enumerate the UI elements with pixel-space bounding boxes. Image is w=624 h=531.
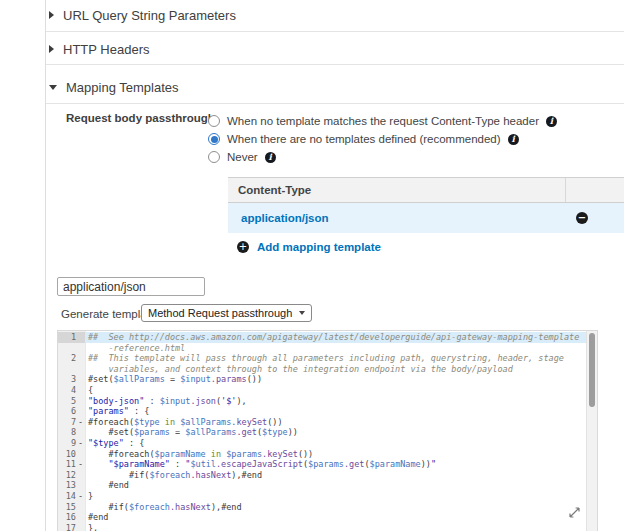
section-http-headers[interactable]: HTTP Headers xyxy=(49,41,149,57)
line-number-cell: 8 xyxy=(58,427,85,438)
line-number-cell: 16 xyxy=(58,512,85,523)
editor-line: 5"body-json" : $input.json('$'), xyxy=(58,396,587,407)
info-icon[interactable]: i xyxy=(508,134,519,145)
line-number: 12 xyxy=(66,470,76,481)
editor-line: -reference.html xyxy=(58,343,587,354)
panel-left-divider xyxy=(45,0,46,531)
table-header-label: Content-Type xyxy=(238,184,311,196)
line-number-cell: 9- xyxy=(58,438,85,449)
chevron-right-icon xyxy=(49,11,54,19)
request-body-passthrough-label: Request body passthrough xyxy=(66,112,215,124)
editor-scrollbar-track[interactable] xyxy=(586,331,597,531)
line-number-cell: 13 xyxy=(58,480,85,491)
editor-line: 10 #foreach($paramName in $params.keySet… xyxy=(58,449,587,460)
line-number: 10 xyxy=(66,449,76,460)
line-number: 6 xyxy=(71,406,76,417)
line-number: 15 xyxy=(66,502,76,513)
code-text: #foreach($type in $allParams.keySet()) xyxy=(85,417,587,428)
remove-template-icon[interactable]: − xyxy=(576,212,588,224)
select-caret-icon xyxy=(299,311,305,315)
template-code-editor[interactable]: 1## See http://docs.aws.amazon.com/apiga… xyxy=(57,330,598,531)
editor-line: 8 #set($params = $allParams.get($type)) xyxy=(58,427,587,438)
editor-line: 7-#foreach($type in $allParams.keySet()) xyxy=(58,417,587,428)
editor-line: 13 #end xyxy=(58,480,587,491)
radio-unselected[interactable] xyxy=(208,151,220,163)
editor-line: 6"params" : { xyxy=(58,406,587,417)
section-divider xyxy=(46,103,624,104)
selected-option-label: Method Request passthrough xyxy=(148,307,292,319)
code-text: "body-json" : $input.json('$'), xyxy=(85,396,587,407)
section-url-query-string-parameters[interactable]: URL Query String Parameters xyxy=(49,7,236,23)
line-number: 16 xyxy=(66,512,76,523)
radio-selected[interactable] xyxy=(208,133,220,145)
line-number: 7 xyxy=(71,417,76,428)
chevron-right-icon xyxy=(49,45,54,53)
editor-line: variables, and context through to the in… xyxy=(58,364,587,375)
code-text: "$type" : { xyxy=(85,438,587,449)
line-number-cell: 14- xyxy=(58,491,85,502)
editor-rows: 1## See http://docs.aws.amazon.com/apiga… xyxy=(58,332,587,531)
section-divider xyxy=(46,64,624,65)
line-number-cell: 7- xyxy=(58,417,85,428)
line-number: 3 xyxy=(71,374,76,385)
line-number: 13 xyxy=(66,480,76,491)
line-number: 11 xyxy=(66,459,76,470)
line-number-cell: 4 xyxy=(58,385,85,396)
code-text: "$paramName" : "$util.escapeJavaScript($… xyxy=(85,459,587,470)
line-number-cell: 11- xyxy=(58,459,85,470)
radio-option-label: When there are no templates defined (rec… xyxy=(227,133,501,145)
template-name-input[interactable] xyxy=(57,277,205,296)
line-number: 1 xyxy=(71,332,76,343)
radio-option-label: When no template matches the request Con… xyxy=(227,115,539,127)
code-text: -reference.html xyxy=(85,343,587,354)
content-type-table: Content-Type application/json − xyxy=(228,177,624,233)
line-number-cell: 2 xyxy=(58,353,85,364)
line-number-cell: 17 xyxy=(58,523,85,531)
passthrough-option[interactable]: When there are no templates defined (rec… xyxy=(208,131,519,147)
code-text: #end xyxy=(85,512,587,523)
info-icon[interactable]: i xyxy=(265,152,276,163)
fold-toggle-icon[interactable]: - xyxy=(78,491,83,502)
code-text: #if($foreach.hasNext),#end xyxy=(85,502,587,513)
code-text: #set($allParams = $input.params()) xyxy=(85,374,587,385)
section-label: Mapping Templates xyxy=(66,80,179,95)
editor-scrollbar-thumb[interactable] xyxy=(589,333,595,407)
passthrough-option[interactable]: When no template matches the request Con… xyxy=(208,113,557,129)
passthrough-option[interactable]: Neveri xyxy=(208,149,276,165)
editor-line: 15 #if($foreach.hasNext),#end xyxy=(58,502,587,513)
line-number: 2 xyxy=(71,353,76,364)
integration-request-panel: URL Query String Parameters HTTP Headers… xyxy=(0,0,624,531)
add-mapping-template-button[interactable]: + Add mapping template xyxy=(237,241,381,253)
add-mapping-template-label: Add mapping template xyxy=(257,241,381,253)
table-row-application-json[interactable]: application/json − xyxy=(228,203,624,233)
editor-line: 17}, xyxy=(58,523,587,531)
line-number-cell: 3 xyxy=(58,374,85,385)
editor-line: 16#end xyxy=(58,512,587,523)
code-text: "params" : { xyxy=(85,406,587,417)
column-divider xyxy=(565,178,566,202)
fold-toggle-icon[interactable]: - xyxy=(78,417,83,428)
radio-option-label: Never xyxy=(227,151,258,163)
section-label: HTTP Headers xyxy=(63,42,149,57)
plus-circle-icon: + xyxy=(237,241,249,253)
fold-toggle-icon[interactable]: - xyxy=(78,459,83,470)
line-number: 8 xyxy=(71,427,76,438)
code-text: }, xyxy=(85,523,587,531)
editor-line: 12 #if($foreach.hasNext),#end xyxy=(58,470,587,481)
code-text: { xyxy=(85,385,587,396)
editor-line: 3#set($allParams = $input.params()) xyxy=(58,374,587,385)
info-icon[interactable]: i xyxy=(546,116,557,127)
code-text: #set($params = $allParams.get($type)) xyxy=(85,427,587,438)
radio-unselected[interactable] xyxy=(208,115,220,127)
fold-toggle-icon[interactable]: - xyxy=(78,438,83,449)
chevron-down-icon xyxy=(49,85,57,90)
generate-template-select[interactable]: Method Request passthrough xyxy=(141,304,312,322)
section-mapping-templates[interactable]: Mapping Templates xyxy=(49,79,179,95)
editor-line: 14-} xyxy=(58,491,587,502)
line-number: 4 xyxy=(71,385,76,396)
resize-diagonal-icon[interactable] xyxy=(568,506,581,519)
content-type-value: application/json xyxy=(241,212,329,224)
line-number: 17 xyxy=(66,523,76,531)
line-number-cell: 6 xyxy=(58,406,85,417)
line-number-cell: 5 xyxy=(58,396,85,407)
